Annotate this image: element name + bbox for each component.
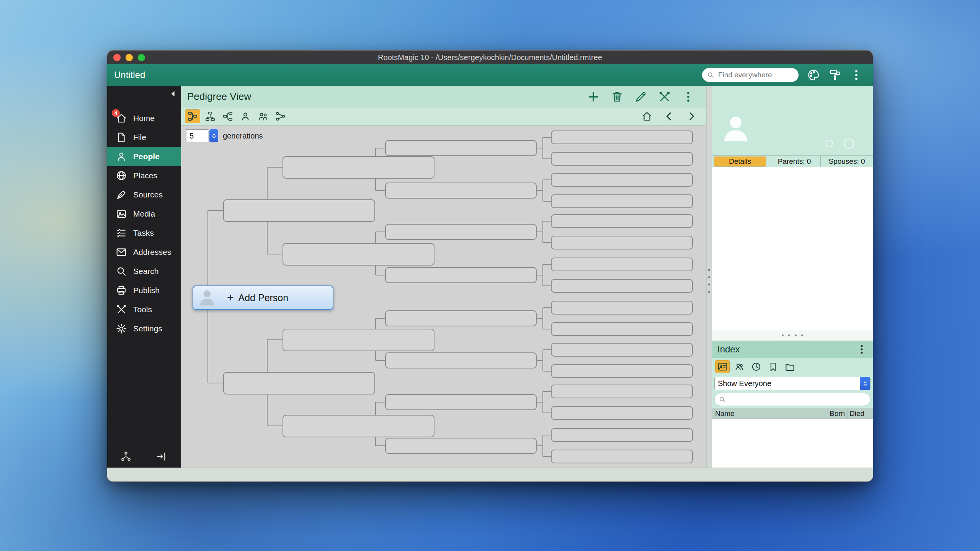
folders-icon[interactable] — [782, 360, 797, 373]
pedigree-box-gen4-6[interactable] — [385, 352, 537, 368]
sidebar-item-media[interactable]: Media — [107, 204, 181, 223]
pedigree-box-gen5-13[interactable] — [551, 385, 693, 398]
column-died[interactable]: Died — [848, 409, 873, 418]
home-nav-icon[interactable] — [641, 111, 653, 122]
pedigree-box-gen4-5[interactable] — [385, 310, 537, 326]
pedigree-box-gen5-10[interactable] — [551, 322, 693, 336]
pedigree-box-gen5-11[interactable] — [551, 343, 693, 357]
tab-spouses[interactable]: Spouses: 0 — [820, 156, 873, 167]
index-search-input[interactable] — [728, 395, 866, 404]
sidebar-item-sources[interactable]: Sources — [107, 185, 181, 204]
splitter-dot — [708, 291, 710, 293]
pedigree-box-gen5-3[interactable] — [551, 173, 693, 187]
overflow-menu-icon[interactable] — [682, 90, 695, 103]
view-couples-icon[interactable] — [255, 109, 271, 123]
pedigree-box-gen4-1[interactable] — [385, 140, 537, 156]
paint-roller-icon[interactable] — [828, 68, 841, 82]
groups-icon[interactable] — [732, 360, 746, 373]
people-icon — [116, 151, 127, 162]
pedigree-box-gen4-2[interactable] — [385, 183, 537, 199]
edit-icon[interactable] — [634, 90, 647, 103]
pedigree-box-gen5-14[interactable] — [551, 406, 693, 420]
pedigree-box-gen3-4[interactable] — [283, 415, 434, 437]
sidebar-item-label: Addresses — [133, 248, 171, 257]
pedigree-box-gen2-1[interactable] — [223, 199, 375, 222]
open-file-name: Untitled — [114, 70, 145, 80]
index-person-list[interactable] — [712, 419, 873, 468]
pedigree-box-gen5-5[interactable] — [551, 214, 693, 228]
zoom-window-button[interactable] — [138, 54, 145, 61]
overflow-menu-icon[interactable] — [850, 68, 863, 82]
main-panel: Pedigree View + Add Person — [181, 86, 706, 468]
generations-stepper[interactable] — [209, 129, 218, 142]
sidebar-item-tasks[interactable]: Tasks — [107, 223, 181, 243]
view-associations-icon[interactable] — [273, 109, 288, 123]
pedigree-box-gen5-9[interactable] — [551, 301, 693, 315]
global-search-input[interactable] — [717, 70, 794, 80]
exit-icon[interactable] — [155, 451, 167, 462]
pedigree-box-gen5-1[interactable] — [551, 130, 693, 144]
mini-avatar-circle — [825, 140, 833, 147]
bookmarks-icon[interactable] — [766, 360, 780, 373]
column-born[interactable]: Born — [828, 409, 848, 418]
view-family-icon[interactable] — [203, 109, 218, 123]
sources-icon — [116, 189, 127, 201]
index-filter-dropdown[interactable]: Show Everyone — [714, 377, 871, 390]
sidebar-item-file[interactable]: File — [107, 128, 181, 147]
pedigree-box-gen4-3[interactable] — [385, 224, 537, 240]
view-pedigree-icon[interactable] — [185, 109, 200, 123]
pedigree-box-gen5-8[interactable] — [551, 279, 693, 293]
pedigree-box-gen5-16[interactable] — [551, 450, 693, 463]
delete-icon[interactable] — [611, 90, 624, 103]
pedigree-box-gen5-4[interactable] — [551, 194, 693, 208]
index-resize-handle[interactable] — [712, 330, 873, 341]
index-search[interactable] — [714, 393, 871, 406]
pedigree-box-gen3-2[interactable] — [283, 243, 434, 266]
palette-icon[interactable] — [807, 68, 820, 82]
global-search[interactable] — [702, 68, 799, 82]
tools-icon[interactable] — [658, 90, 671, 103]
column-name[interactable]: Name — [712, 409, 828, 418]
pedigree-box-gen5-2[interactable] — [551, 152, 693, 166]
history-icon[interactable] — [749, 360, 763, 373]
share-tree-icon[interactable] — [120, 451, 132, 462]
panel-splitter[interactable] — [706, 86, 712, 468]
sidebar-collapse-button[interactable] — [169, 90, 177, 98]
sidebar-item-people[interactable]: People — [107, 147, 181, 166]
forward-icon[interactable] — [686, 111, 697, 122]
overflow-menu-icon[interactable] — [856, 344, 867, 355]
sidebar-item-tools[interactable]: Tools — [107, 300, 181, 319]
generations-input[interactable] — [186, 129, 208, 142]
tab-details[interactable]: Details — [714, 156, 766, 166]
pedigree-box-gen4-7[interactable] — [385, 394, 537, 410]
person-silhouette-icon — [197, 288, 217, 308]
index-list-icon[interactable] — [715, 360, 730, 373]
index-title: Index — [717, 344, 740, 355]
back-icon[interactable] — [663, 111, 675, 122]
sidebar-item-addresses[interactable]: Addresses — [107, 243, 181, 262]
pedigree-box-gen5-7[interactable] — [551, 258, 693, 271]
search-icon — [707, 71, 714, 79]
sidebar-item-home[interactable]: 4 Home — [107, 109, 181, 128]
sidebar-item-publish[interactable]: Publish — [107, 281, 181, 300]
sidebar-item-places[interactable]: Places — [107, 166, 181, 185]
pedigree-box-gen3-3[interactable] — [283, 329, 434, 351]
view-descendants-icon[interactable] — [220, 109, 235, 123]
pedigree-box-gen3-1[interactable] — [283, 156, 434, 179]
add-icon[interactable] — [587, 90, 600, 103]
pedigree-box-gen4-8[interactable] — [385, 438, 537, 454]
app-header: Untitled — [107, 64, 873, 86]
pedigree-box-gen5-15[interactable] — [551, 428, 693, 442]
add-person-button[interactable]: + Add Person — [193, 285, 333, 310]
pedigree-box-gen5-6[interactable] — [551, 236, 693, 249]
sidebar-item-search[interactable]: Search — [107, 262, 181, 281]
view-individual-icon[interactable] — [238, 109, 253, 123]
window-content: 4 Home File People Places — [107, 86, 873, 468]
pedigree-box-gen5-12[interactable] — [551, 364, 693, 378]
tab-parents[interactable]: Parents: 0 — [768, 156, 820, 167]
pedigree-box-gen2-2[interactable] — [223, 372, 375, 395]
sidebar-item-settings[interactable]: Settings — [107, 319, 181, 338]
pedigree-box-gen4-4[interactable] — [385, 267, 537, 283]
close-window-button[interactable] — [113, 54, 121, 61]
minimize-window-button[interactable] — [126, 54, 133, 61]
